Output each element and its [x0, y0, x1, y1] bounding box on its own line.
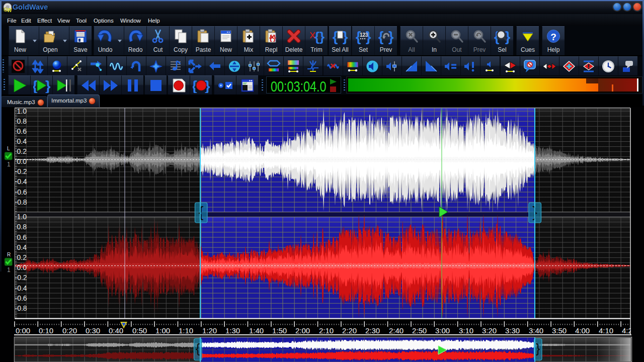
svg-text:0:50: 0:50	[132, 326, 147, 335]
svg-text:0.4: 0.4	[17, 243, 27, 251]
svg-text:-0.2: -0.2	[15, 167, 27, 175]
svg-text:-0.4: -0.4	[15, 284, 27, 292]
svg-text:2:00: 2:00	[295, 326, 310, 335]
svg-text:0:20: 0:20	[62, 326, 77, 335]
svg-text:}: }	[505, 29, 510, 44]
svg-text:-0.8: -0.8	[15, 198, 27, 206]
svg-text:0.6: 0.6	[17, 127, 27, 135]
svg-text:2:10: 2:10	[319, 326, 334, 335]
svg-text:{}: {}	[314, 29, 325, 44]
svg-text:1: 1	[7, 161, 11, 168]
svg-text:0:40: 0:40	[109, 326, 123, 335]
svg-text:2:40: 2:40	[389, 326, 404, 335]
svg-text:3:00: 3:00	[435, 326, 450, 335]
svg-text:0:10: 0:10	[39, 326, 53, 335]
svg-text:3:50: 3:50	[552, 326, 567, 335]
svg-text:-0.4: -0.4	[15, 177, 27, 186]
svg-text:4:00: 4:00	[575, 326, 590, 335]
svg-text:}: }	[536, 341, 540, 355]
svg-text:0.8: 0.8	[17, 117, 27, 125]
svg-text:1: 1	[7, 266, 11, 274]
svg-text:2:50: 2:50	[412, 326, 427, 335]
svg-text:0:30: 0:30	[86, 326, 100, 335]
svg-text:3:30: 3:30	[505, 326, 520, 335]
svg-text:1:30: 1:30	[225, 326, 240, 335]
svg-text:?: ?	[550, 32, 556, 42]
svg-text:-0.2: -0.2	[15, 274, 27, 282]
svg-text:-0.6: -0.6	[15, 294, 27, 302]
svg-text:{: {	[199, 204, 204, 220]
svg-text:0.0: 0.0	[17, 157, 27, 165]
svg-text:-0.8: -0.8	[15, 304, 27, 312]
svg-text:1.0: 1.0	[17, 107, 27, 115]
svg-text:}: }	[273, 33, 276, 42]
svg-text:L: L	[7, 146, 10, 151]
svg-text:{: {	[196, 341, 200, 355]
svg-text:2:20: 2:20	[342, 326, 357, 335]
svg-text:1:50: 1:50	[272, 326, 287, 335]
svg-text:{: {	[333, 29, 338, 44]
svg-text:}: }	[45, 78, 50, 93]
svg-text:R: R	[7, 252, 11, 257]
svg-text:W: W	[7, 8, 12, 13]
svg-text:1:40: 1:40	[249, 326, 264, 335]
svg-text:}: }	[366, 29, 371, 44]
svg-text:3:20: 3:20	[482, 326, 497, 335]
svg-text:0.6: 0.6	[17, 233, 27, 241]
svg-text:0.0: 0.0	[17, 263, 27, 272]
svg-text:}: }	[388, 29, 394, 44]
svg-text:1:00: 1:00	[155, 326, 170, 335]
svg-text:0.2: 0.2	[17, 253, 27, 261]
svg-text:}: }	[205, 78, 210, 93]
svg-text:0.8: 0.8	[17, 223, 27, 231]
svg-text:0:00: 0:00	[16, 326, 30, 335]
svg-text:1:10: 1:10	[179, 326, 193, 335]
svg-text:1:20: 1:20	[202, 326, 217, 335]
svg-text:}: }	[343, 29, 348, 44]
svg-text:2:30: 2:30	[365, 326, 380, 335]
svg-text:3:10: 3:10	[459, 326, 473, 335]
svg-text:4:10: 4:10	[599, 326, 613, 335]
svg-text:-0.6: -0.6	[15, 188, 27, 196]
svg-text:3:40: 3:40	[529, 326, 543, 335]
svg-text:0.2: 0.2	[17, 147, 27, 155]
svg-text:1.0: 1.0	[17, 213, 27, 221]
svg-text:0.4: 0.4	[17, 137, 27, 145]
